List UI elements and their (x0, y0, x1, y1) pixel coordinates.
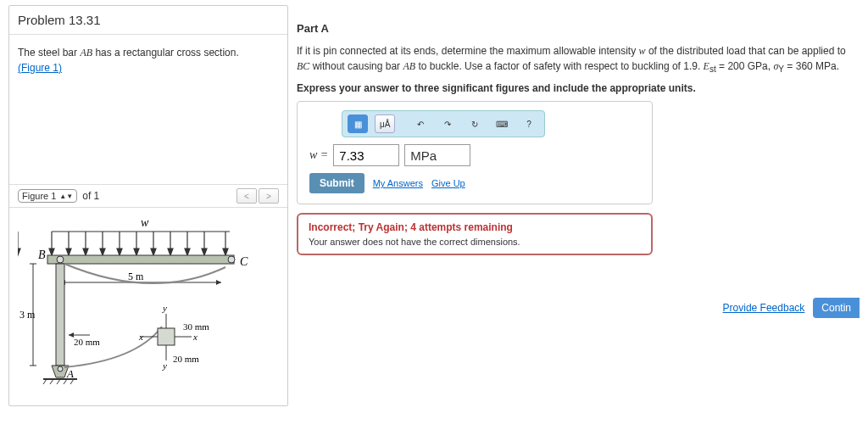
feedback-title: Incorrect; Try Again; 4 attempts remaini… (309, 221, 641, 233)
give-up-link[interactable]: Give Up (431, 178, 465, 188)
next-figure-button[interactable]: > (259, 188, 279, 204)
help-button[interactable]: ? (519, 114, 539, 133)
svg-point-28 (228, 256, 235, 263)
svg-text:x: x (138, 332, 143, 342)
svg-text:B: B (38, 249, 46, 261)
answer-area: ▦ μÅ ↶ ↷ ↻ ⌨ ? w = MPa Submit My Answers… (297, 101, 653, 204)
svg-text:20 mm: 20 mm (173, 354, 199, 364)
unit-input[interactable]: MPa (404, 144, 470, 166)
svg-marker-18 (168, 249, 173, 255)
equation-row: w = MPa (309, 144, 640, 166)
figure-count: of 1 (82, 190, 99, 202)
figure-image: w B C 5 m 3 m (9, 208, 287, 405)
my-answers-link[interactable]: My Answers (373, 178, 423, 188)
svg-marker-22 (202, 249, 207, 255)
svg-marker-2 (18, 249, 20, 255)
submit-button[interactable]: Submit (309, 173, 364, 193)
provide-feedback-link[interactable]: Provide Feedback (723, 302, 805, 314)
svg-marker-16 (151, 249, 156, 255)
svg-rect-25 (47, 255, 234, 264)
svg-text:30 mm: 30 mm (183, 321, 209, 332)
value-input[interactable] (333, 144, 399, 166)
input-toolbar: ▦ μÅ ↶ ↷ ↻ ⌨ ? (342, 110, 545, 137)
right-panel: Part A If it is pin connected at its end… (297, 5, 860, 406)
undo-button[interactable]: ↶ (410, 114, 431, 133)
svg-marker-4 (49, 249, 54, 255)
reset-button[interactable]: ↻ (465, 114, 485, 133)
continue-button[interactable]: Contin (813, 298, 860, 318)
figure-select[interactable]: Figure 1 ▲▼ (18, 189, 77, 203)
svg-text:y: y (162, 360, 167, 371)
instruction-line: Express your answer to three significant… (297, 81, 860, 96)
template-button[interactable]: ▦ (348, 114, 368, 133)
units-button[interactable]: μÅ (375, 114, 395, 133)
svg-marker-24 (223, 249, 228, 255)
svg-marker-6 (66, 249, 71, 255)
svg-rect-52 (158, 328, 175, 345)
left-panel: Problem 13.31 The steel bar AB has a rec… (8, 5, 288, 406)
problem-description: The steel bar AB has a rectangular cross… (9, 38, 287, 82)
svg-rect-33 (56, 264, 64, 366)
svg-point-34 (57, 256, 64, 263)
svg-marker-10 (100, 249, 105, 255)
svg-text:C: C (240, 255, 248, 268)
redo-button[interactable]: ↷ (437, 114, 458, 133)
part-a-prompt: If it is pin connected at its ends, dete… (297, 43, 860, 75)
figure-link[interactable]: (Figure 1) (18, 62, 62, 74)
svg-marker-20 (185, 249, 190, 255)
part-a-title: Part A (297, 22, 860, 35)
svg-marker-14 (134, 249, 139, 255)
svg-marker-12 (117, 249, 122, 255)
feedback-box: Incorrect; Try Again; 4 attempts remaini… (297, 213, 653, 255)
prev-figure-button[interactable]: < (236, 188, 257, 204)
svg-text:y: y (162, 303, 167, 313)
keyboard-button[interactable]: ⌨ (492, 114, 512, 133)
figure-nav-bar: Figure 1 ▲▼ of 1 < > (9, 184, 287, 208)
feedback-message: Your answer does not have the correct di… (309, 237, 641, 247)
svg-text:3 m: 3 m (19, 309, 36, 321)
svg-text:x: x (192, 332, 198, 342)
svg-text:5 m: 5 m (128, 271, 144, 282)
svg-marker-31 (216, 280, 221, 285)
svg-text:20 mm: 20 mm (74, 337, 100, 347)
problem-title: Problem 13.31 (9, 6, 287, 31)
svg-text:A: A (66, 367, 74, 380)
svg-point-48 (58, 366, 63, 371)
svg-marker-8 (83, 249, 88, 255)
load-w-label: w (141, 216, 149, 229)
